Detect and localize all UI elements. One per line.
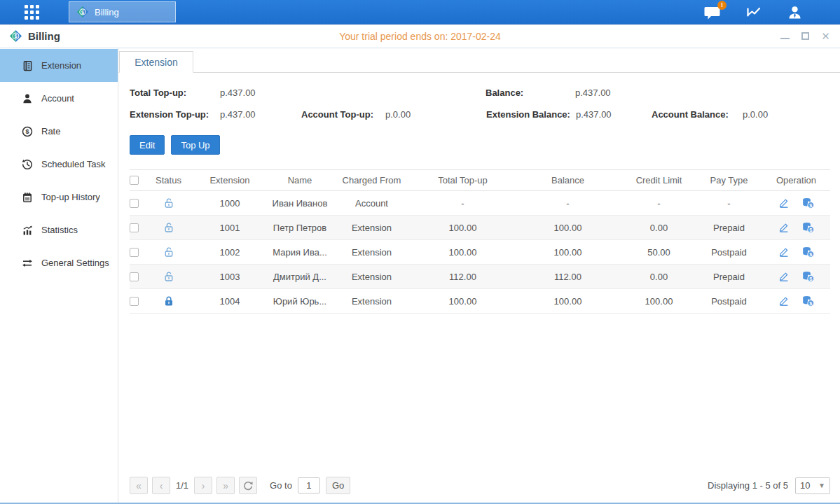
edit-row-icon[interactable] <box>778 271 790 282</box>
displaying-range: Displaying 1 - 5 of 5 <box>708 480 788 491</box>
sidebar-item-rate[interactable]: Rate <box>0 115 118 148</box>
sidebar-item-statistics[interactable]: Statistics <box>0 214 118 246</box>
select-all-checkbox[interactable] <box>130 176 139 185</box>
general-settings-arrows-icon <box>22 258 33 269</box>
app-launcher-grid-icon[interactable] <box>25 5 39 20</box>
scheduled-task-clock-icon <box>22 159 33 170</box>
cell-pay-type: - <box>696 198 762 209</box>
extension-book-icon <box>22 60 33 71</box>
sidebar-item-label: Account <box>41 93 74 104</box>
col-charged-from: Charged From <box>331 175 412 186</box>
minimize-button[interactable] <box>780 34 790 39</box>
sidebar-item-account[interactable]: Account <box>0 82 118 115</box>
prev-page-button[interactable]: ‹ <box>152 477 170 494</box>
cell-charged-from: Extension <box>331 223 412 233</box>
account-topup-value: p.0.00 <box>385 109 486 120</box>
row-checkbox[interactable] <box>130 199 139 208</box>
col-balance: Balance <box>514 175 622 186</box>
pagination-bar: « ‹ 1/1 › » Go to Go Displaying 1 - 5 of… <box>118 477 840 503</box>
cell-credit-limit: 0.00 <box>622 272 696 282</box>
unlock-icon <box>163 246 174 258</box>
cell-credit-limit: 50.00 <box>622 247 696 258</box>
sidebar-item-label: Rate <box>41 126 60 136</box>
edit-row-icon[interactable] <box>778 222 790 233</box>
sidebar-item-label: Scheduled Task <box>41 159 106 169</box>
row-checkbox[interactable] <box>130 297 139 306</box>
unlock-icon <box>163 197 174 209</box>
billing-app-icon <box>76 6 89 18</box>
sidebar-item-topup-history[interactable]: Top-up History <box>0 181 118 214</box>
cell-total-topup: - <box>412 198 514 209</box>
cell-credit-limit: 0.00 <box>622 223 696 233</box>
account-topup-label: Account Top-up: <box>301 109 385 120</box>
total-topup-value: p.437.00 <box>220 88 486 98</box>
go-button[interactable]: Go <box>326 477 350 494</box>
extension-balance-value: p.437.00 <box>576 109 652 120</box>
edit-row-icon[interactable] <box>778 197 790 209</box>
refresh-icon <box>242 480 254 491</box>
cell-extension: 1002 <box>191 247 268 258</box>
next-page-button[interactable]: › <box>194 477 212 494</box>
cell-charged-from: Extension <box>331 247 412 258</box>
cell-pay-type: Prepaid <box>696 272 762 282</box>
edit-row-icon[interactable] <box>778 246 790 258</box>
resource-monitor-icon[interactable] <box>745 4 762 20</box>
total-topup-label: Total Top-up: <box>130 88 220 98</box>
extension-topup-label: Extension Top-up: <box>130 109 220 120</box>
action-bar: Edit Top Up <box>118 125 840 155</box>
sidebar-item-scheduled-task[interactable]: Scheduled Task <box>0 148 118 181</box>
extension-balance-label: Extension Balance: <box>486 109 576 120</box>
goto-page-input[interactable] <box>298 477 320 493</box>
tab-extension[interactable]: Extension <box>119 51 193 73</box>
edit-row-icon[interactable] <box>778 295 790 307</box>
row-checkbox[interactable] <box>130 223 139 232</box>
close-button[interactable]: ✕ <box>821 31 830 41</box>
account-balance-value: p.0.00 <box>743 109 768 120</box>
notification-badge: ! <box>717 1 727 10</box>
billing-window-icon <box>9 29 22 43</box>
table-row: 1003 Дмитрий Д... Extension 112.00 112.0… <box>130 265 830 289</box>
top-up-row-icon[interactable] <box>802 197 814 209</box>
col-status: Status <box>146 175 191 186</box>
lock-icon <box>163 295 174 307</box>
statistics-chart-icon <box>22 225 33 236</box>
trial-notice: Your trial period ends on: 2017-02-24 <box>0 31 840 42</box>
sidebar-item-extension[interactable]: Extension <box>0 49 118 82</box>
top-up-button[interactable]: Top Up <box>171 135 219 155</box>
cell-total-topup: 100.00 <box>412 296 514 307</box>
cell-balance: - <box>514 198 622 209</box>
cell-extension: 1000 <box>191 198 268 209</box>
cell-name: Петр Петров <box>268 223 331 233</box>
extension-topup-value: p.437.00 <box>220 109 301 120</box>
taskbar-billing-tab[interactable]: Billing <box>69 1 176 22</box>
account-balance-label: Account Balance: <box>652 109 743 120</box>
row-checkbox[interactable] <box>130 272 139 281</box>
cell-name: Дмитрий Д... <box>268 272 331 282</box>
top-up-row-icon[interactable] <box>802 246 814 258</box>
row-checkbox[interactable] <box>130 248 139 257</box>
refresh-button[interactable] <box>239 477 257 494</box>
top-up-row-icon[interactable] <box>802 222 814 233</box>
page-size-select[interactable]: 10 ▼ <box>795 477 830 494</box>
window-title: Billing <box>28 30 60 42</box>
notifications-icon[interactable]: ! <box>703 5 721 20</box>
cell-balance: 112.00 <box>514 272 622 282</box>
table-header-row: Status Extension Name Charged From Total… <box>130 169 830 191</box>
top-up-row-icon[interactable] <box>802 295 814 307</box>
user-account-icon[interactable] <box>786 4 804 20</box>
cell-name: Юрий Юрь... <box>268 296 331 307</box>
cell-pay-type: Postpaid <box>696 247 762 258</box>
top-up-row-icon[interactable] <box>802 271 814 282</box>
table-row: 1002 Мария Ива... Extension 100.00 100.0… <box>130 240 830 265</box>
first-page-button[interactable]: « <box>130 477 148 494</box>
edit-button[interactable]: Edit <box>130 135 165 155</box>
sidebar-item-general-settings[interactable]: General Settings <box>0 246 118 279</box>
maximize-button[interactable] <box>801 32 809 40</box>
cell-extension: 1001 <box>191 223 268 233</box>
cell-pay-type: Postpaid <box>696 296 762 307</box>
col-extension: Extension <box>191 175 268 186</box>
col-credit-limit: Credit Limit <box>622 175 696 186</box>
cell-pay-type: Prepaid <box>696 223 762 233</box>
last-page-button[interactable]: » <box>216 477 235 494</box>
cell-balance: 100.00 <box>514 296 622 307</box>
